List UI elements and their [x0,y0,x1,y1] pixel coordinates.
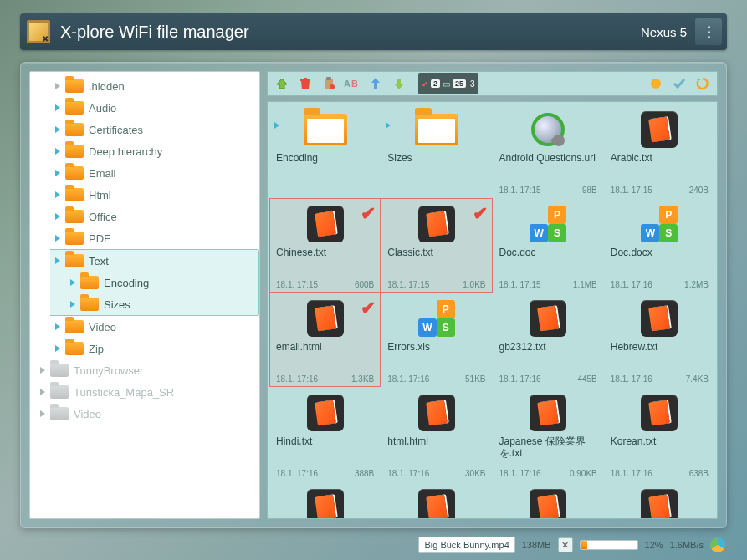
transfer-filename: Big Buck Bunny.mp4 [418,537,514,553]
tree-item[interactable]: TunnyBrowser [40,359,259,381]
folder-icon [65,79,84,93]
folder-tree[interactable]: .hiddenAudioCertificatesDeep hierarchyEm… [29,71,260,519]
folder-icon [65,254,84,267]
upload-button[interactable] [365,73,386,94]
file-cell[interactable]: Sizes [381,104,492,198]
tree-item[interactable]: Office [55,206,259,227]
text-file-icon [524,299,571,338]
file-date: 18.1. 17:16 [499,374,541,384]
file-name: Japanese 保険業界を.txt [499,435,597,459]
tree-item-label: Text [89,255,109,267]
transfer-filesize: 138MB [522,540,551,550]
file-cell[interactable]: Japanese 保険業界を.txt18.1. 17:160.90KB [493,387,604,481]
file-cell[interactable] [493,481,604,519]
upload-icon [368,76,383,91]
file-cell[interactable]: gb2312.txt18.1. 17:16445B [493,293,604,387]
expand-arrow-icon [40,389,45,395]
file-cell[interactable]: Chinese.txt18.1. 17:15600B✔ [269,198,381,293]
file-cell[interactable]: Classic.txt18.1. 17:151.0KB✔ [381,198,492,293]
file-date: 18.1. 17:16 [276,469,318,478]
tree-item-label: Encoding [104,277,149,289]
file-size: 445B [577,374,596,384]
clipboard-button[interactable] [318,73,340,94]
file-size: 30KB [465,469,485,478]
file-cell[interactable]: PWSDoc.doc18.1. 17:151.1MB [493,198,604,293]
tree-item[interactable]: PDF [55,227,259,249]
file-name: Hebrew.txt [611,341,709,353]
tree-item[interactable]: Certificates [55,119,259,140]
expand-arrow-icon [55,213,60,220]
tree-item-label: Sizes [104,298,130,311]
selection-count: 3 [470,79,475,89]
folder-icon [65,101,84,115]
overflow-menu-button[interactable] [695,18,722,45]
file-cell[interactable]: html.html18.1. 17:1630KB [381,387,492,481]
tree-item-label: Certificates [89,124,143,136]
tree-item[interactable]: Encoding [70,272,258,293]
file-cell[interactable]: email.html18.1. 17:161.3KB✔ [269,293,381,387]
tree-item[interactable]: Video [55,316,259,338]
cancel-transfer-button[interactable]: ✕ [558,537,573,552]
tree-item[interactable]: Zip [55,338,259,359]
expand-arrow-icon [55,170,60,176]
text-file-icon [302,299,349,338]
file-date: 18.1. 17:16 [611,374,652,384]
expand-arrow-icon [40,367,45,374]
activity-spinner-icon [710,537,725,552]
file-size: 1.1MB [573,280,597,289]
tree-item-selected[interactable]: TextEncodingSizes [50,249,259,316]
file-cell[interactable]: Hindi.txt18.1. 17:16388B [269,387,381,481]
delete-button[interactable] [294,73,316,94]
tree-item[interactable]: Text [55,250,258,272]
expand-arrow-icon [40,410,45,417]
text-file-icon [636,110,683,149]
file-cell[interactable] [269,481,381,519]
text-file-icon [302,205,349,243]
text-file-icon [636,299,683,338]
vertical-dots-icon [708,26,710,38]
file-cell[interactable]: PWSDoc.docx18.1. 17:161.2MB [604,198,715,293]
file-name: html.html [387,435,485,447]
tree-item[interactable]: Turisticka_Mapa_SR [40,381,259,403]
folder-icon [65,166,84,180]
rename-button[interactable]: AB [341,73,363,94]
confirm-button[interactable] [668,73,690,94]
expand-arrow-icon [55,126,60,133]
tree-item-label: Video [89,321,116,333]
app-header: X-plore WiFi file manager Nexus 5 [20,13,727,50]
file-cell[interactable]: Arabic.txt18.1. 17:15240B [604,104,715,198]
tree-item[interactable]: Email [55,162,259,184]
tree-item[interactable]: Deep hierarchy [55,140,259,162]
file-cell[interactable]: Hebrew.txt18.1. 17:167.4KB [604,293,715,387]
transfer-progress [580,540,638,550]
file-size: 98B [582,186,597,195]
tree-item[interactable]: Sizes [70,293,258,315]
tree-item[interactable]: Video [40,403,259,425]
download-button[interactable] [388,73,410,94]
tree-item[interactable]: Audio [55,97,259,119]
expand-arrow-icon [55,191,60,198]
new-button[interactable] [645,73,667,94]
file-cell[interactable] [381,481,492,519]
selected-check-icon: ✔ [473,203,488,225]
file-cell[interactable]: Android Questions.url18.1. 17:1598B [493,104,604,198]
transfer-percent: 12% [645,540,663,550]
tree-item[interactable]: .hidden [55,75,259,97]
file-name: gb2312.txt [499,341,597,353]
file-cell[interactable]: Encoding [269,104,381,198]
svg-rect-1 [326,77,331,80]
tree-item-label: .hidden [89,80,125,93]
refresh-button[interactable] [692,73,714,94]
file-cell[interactable]: Korean.txt18.1. 17:16638B [604,387,715,481]
expand-arrow-icon [55,323,60,330]
file-grid[interactable]: EncodingSizesAndroid Questions.url18.1. … [267,101,718,519]
file-cell[interactable] [604,481,715,519]
app-logo-icon [27,20,50,43]
up-button[interactable] [271,73,293,94]
tree-item[interactable]: Html [55,184,259,206]
text-file-icon [302,394,349,432]
selection-info[interactable]: ✔2 ▭25 3 [418,73,478,94]
file-name: Doc.docx [611,247,709,258]
file-cell[interactable]: PWSErrors.xls18.1. 17:1651KB [381,293,492,387]
selection-checked: 2 [431,79,440,88]
